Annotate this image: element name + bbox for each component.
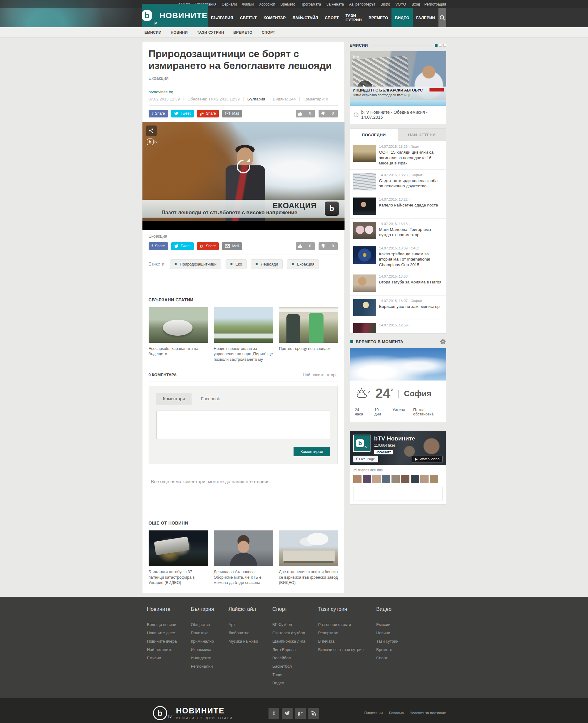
utility-link-voyo[interactable]: VOYO (395, 2, 406, 6)
footer-contact-link[interactable]: Пишете ни (364, 711, 383, 715)
footer-link[interactable]: Тази сутрин (376, 637, 446, 645)
utility-link-seriali[interactable]: Сериали (222, 2, 237, 6)
utility-link-bistro[interactable]: Bistro (381, 2, 390, 6)
comments-sort-link[interactable]: Най-новите отгоре (303, 372, 337, 377)
related-card-pirin[interactable]: Новият проектоплан за управление на парк… (214, 307, 273, 362)
emission-video-thumbnail[interactable]: btv ИНЦИДЕНТ С БЪЛГАРСКИ АВТОБУС Няма се… (350, 51, 446, 106)
facebook-page-name[interactable]: bTV Новините (374, 435, 415, 442)
facebook-icon[interactable]: f (269, 708, 279, 719)
related-card-zoo[interactable]: Протест срещу нов зоопарк (279, 307, 338, 362)
article-source-link[interactable]: btvnovinite.bg (149, 90, 173, 94)
facebook-share-button[interactable]: fShare (149, 110, 168, 118)
footer-link[interactable]: Времето (376, 645, 446, 654)
footer-link[interactable]: Икономика (191, 645, 229, 654)
list-item[interactable]: 14.07.2015, 12:59 | (350, 319, 446, 333)
footer-link[interactable]: Волейбол (273, 654, 318, 662)
footer-terms-link[interactable]: Условия за ползване (410, 711, 446, 715)
footer-link[interactable]: Най-четените (147, 645, 191, 654)
footer-link[interactable]: БГ Футбол (273, 620, 318, 629)
utility-link-programata[interactable]: Програмата (301, 2, 321, 6)
footer-link[interactable]: Политика (191, 629, 229, 637)
facebook-share-button[interactable]: fShare (149, 242, 168, 250)
comment-input[interactable] (156, 410, 330, 440)
footer-link[interactable]: Регионални (191, 662, 229, 670)
utility-link-horoskop[interactable]: Хороскоп (259, 2, 275, 6)
footer-link[interactable]: Световен футбол (273, 629, 318, 637)
nav-item-sport[interactable]: СПОРТ (321, 8, 342, 27)
related-card-ecocapsule[interactable]: Ecocapsule: караваната на бъдещето (149, 307, 208, 362)
list-item[interactable]: 14.07.2015, 13:09 | САЩ Какво трябва да … (350, 243, 446, 271)
footer-link[interactable]: Емисии (376, 620, 446, 629)
btv-novinite-logo[interactable]: b tv НОВИНИТЕ (142, 4, 208, 27)
emission-caption[interactable]: bTV Новините - Обедна емисия - 14.07.201… (350, 106, 446, 124)
weather-link-roads[interactable]: Пътна обстановка (413, 408, 441, 416)
footer-link[interactable]: Видео (273, 679, 318, 687)
footer-link[interactable]: Криминално (191, 637, 229, 645)
list-item[interactable]: 14.07.2015, 13:13 | Маги Малеева: Григор… (350, 218, 446, 243)
list-item[interactable]: 14.07.2015, 13:25 | София Съдът потвърди… (350, 169, 446, 194)
login-link[interactable]: Вход (412, 2, 420, 6)
weather-settings-button[interactable] (440, 339, 445, 344)
twitter-icon[interactable] (282, 708, 293, 719)
footer-ads-link[interactable]: Реклама (389, 711, 404, 715)
tag-prirodozashtitnici[interactable]: Природозащитници (170, 259, 221, 269)
utility-link-vremeto[interactable]: Времето (280, 2, 295, 6)
carousel-dot-2[interactable] (439, 44, 442, 47)
nav-item-svetat[interactable]: СВЕТЪТ (237, 8, 260, 27)
list-item[interactable]: 14.07.2015, 13:07 | София Борисов уволни… (350, 295, 446, 319)
comment-submit-button[interactable]: Коментирай (294, 447, 330, 456)
list-item[interactable]: 14.07.2015, 13:22 | Капело най-сетне сда… (350, 194, 446, 218)
more-card-factory[interactable]: Две отделения с нефт и бензин се взривих… (279, 531, 338, 585)
footer-link[interactable]: Новините днес (147, 629, 191, 637)
footer-link[interactable]: Общество (191, 620, 229, 629)
footer-link[interactable]: Шампионска лига (273, 637, 318, 645)
footer-link[interactable]: Разговори с гости (318, 620, 376, 629)
footer-link[interactable]: Репортажи (318, 629, 376, 637)
footer-link[interactable]: Арт (229, 620, 273, 629)
register-link[interactable]: Регистрация (424, 2, 446, 6)
list-item[interactable]: 14.07.2015, 13:08 | Втора загуба за Аоия… (350, 271, 446, 295)
video-player[interactable]: b tv ЕКОАКЦИЯ Пазят лешояди от стълбовет… (143, 122, 344, 230)
rss-icon[interactable] (308, 708, 319, 719)
footer-link[interactable]: Новини (376, 629, 446, 637)
more-card-bus-crash[interactable]: Български автобус с 37 пътници катастроф… (149, 531, 208, 585)
subnav-sport[interactable]: СПОРТ (262, 30, 275, 35)
footer-link[interactable]: В печата (318, 637, 376, 645)
list-item[interactable]: 14.07.2015, 13:26 | Ирак ООН: 15 хиляди … (350, 141, 446, 169)
subnav-novini[interactable]: НОВИНИ (171, 30, 188, 35)
utility-link-reporterat[interactable]: Аз, репортерът (349, 2, 375, 6)
nav-item-video-active[interactable]: ВИДЕО (392, 8, 413, 27)
dislike-button[interactable]: 0 (319, 242, 338, 250)
search-button[interactable] (438, 8, 446, 27)
subnav-vremeto[interactable]: ВРЕМЕТО (233, 30, 252, 35)
weather-link-10days[interactable]: 10 дни (375, 408, 385, 416)
footer-link[interactable]: Емисии (147, 654, 191, 662)
tag-leshoyadi[interactable]: Лешояди (251, 259, 282, 269)
facebook-page-avatar[interactable]: btv (353, 435, 371, 452)
footer-link[interactable]: Спорт (376, 654, 446, 662)
tab-latest[interactable]: ПОСЛЕДНИ (350, 128, 398, 141)
footer-link[interactable]: Включи се в тази сутрин (318, 645, 376, 654)
tab-comments[interactable]: Коментари (156, 393, 192, 405)
footer-btv-logo[interactable]: b tv НОВИНИТЕ ВСИЧКИ ГЛЕДНИ ТОЧКИ (153, 706, 233, 720)
utility-link-filmi[interactable]: Филми (242, 2, 254, 6)
nav-item-komentar[interactable]: КОМЕНТАР (260, 8, 289, 27)
footer-link[interactable]: Водещи новини (147, 620, 191, 629)
tag-ekoakciya[interactable]: Екоакция (287, 259, 319, 269)
googleplus-share-button[interactable]: g+Share (197, 110, 219, 118)
mail-button[interactable]: Mail (222, 110, 242, 118)
video-share-button[interactable] (146, 125, 157, 136)
footer-link[interactable]: Инциденти (191, 654, 229, 662)
footer-link[interactable]: Музика на живо (229, 637, 273, 645)
utility-link-zajenata[interactable]: За жената (326, 2, 344, 6)
googleplus-share-button[interactable]: g+Share (197, 242, 219, 250)
footer-link[interactable]: Лига Европа (273, 645, 318, 654)
twitter-tweet-button[interactable]: Tweet (171, 110, 194, 118)
more-card-atanasova[interactable]: Десислава Атанасова: Оборихме мита, че К… (214, 531, 273, 585)
footer-link[interactable]: Любопитно (229, 629, 273, 637)
facebook-like-page-button[interactable]: fLike Page (353, 456, 378, 462)
like-button[interactable]: 0 (296, 110, 315, 118)
weather-link-weekend[interactable]: Уикенд (393, 408, 405, 416)
carousel-dot-3[interactable] (443, 44, 446, 47)
subnav-tazi-sutrin[interactable]: ТАЗИ СУТРИН (197, 30, 224, 35)
